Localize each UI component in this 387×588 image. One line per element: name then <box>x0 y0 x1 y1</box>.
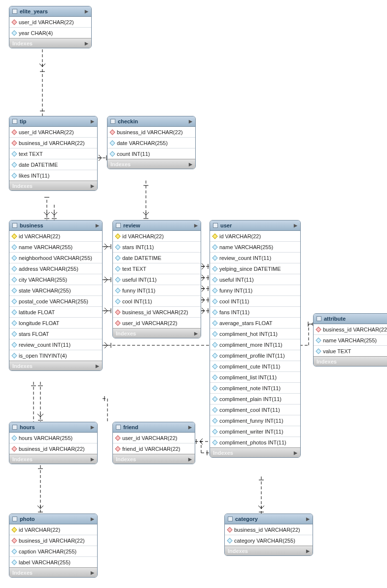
column-row[interactable]: user_id VARCHAR(22) <box>113 433 195 443</box>
table-header[interactable]: category▶ <box>225 514 313 524</box>
collapse-icon[interactable]: ▶ <box>194 223 198 228</box>
column-row[interactable]: business_id VARCHAR(22) <box>107 127 195 138</box>
column-row[interactable]: compliment_more INT(11) <box>210 339 300 350</box>
expand-icon[interactable]: ▶ <box>91 184 94 188</box>
column-row[interactable]: business_id VARCHAR(22) <box>9 443 97 454</box>
column-row[interactable]: useful INT(11) <box>113 274 201 285</box>
collapse-icon[interactable]: ▶ <box>306 516 310 521</box>
indexes-footer[interactable]: Indexes▶ <box>9 181 97 190</box>
column-row[interactable]: review_count INT(11) <box>210 253 300 263</box>
indexes-footer[interactable]: Indexes▶ <box>9 38 91 48</box>
table-header[interactable]: review▶ <box>113 220 201 231</box>
column-row[interactable]: fans INT(11) <box>210 307 300 318</box>
column-row[interactable]: compliment_hot INT(11) <box>210 329 300 339</box>
indexes-footer[interactable]: Indexes▶ <box>210 447 300 457</box>
table-header[interactable]: attribute▶ <box>314 314 387 324</box>
column-row[interactable]: compliment_plain INT(11) <box>210 394 300 404</box>
column-row[interactable]: id VARCHAR(22) <box>9 231 102 242</box>
column-row[interactable]: business_id VARCHAR(22) <box>225 524 313 535</box>
column-row[interactable]: id VARCHAR(22) <box>9 524 97 535</box>
column-row[interactable]: text TEXT <box>9 148 97 159</box>
column-row[interactable]: compliment_list INT(11) <box>210 372 300 383</box>
column-row[interactable]: is_open TINYINT(4) <box>9 350 102 361</box>
table-user[interactable]: user▶id VARCHAR(22)name VARCHAR(255)revi… <box>210 220 301 458</box>
column-row[interactable]: user_id VARCHAR(22) <box>9 17 91 28</box>
column-row[interactable]: cool INT(11) <box>210 296 300 307</box>
column-row[interactable]: label VARCHAR(255) <box>9 557 97 567</box>
expand-icon[interactable]: ▶ <box>91 457 94 462</box>
column-row[interactable]: id VARCHAR(22) <box>210 231 300 242</box>
table-header[interactable]: photo▶ <box>9 514 97 524</box>
indexes-footer[interactable]: Indexes▶ <box>9 567 97 577</box>
column-row[interactable]: likes INT(11) <box>9 170 97 181</box>
column-row[interactable]: hours VARCHAR(255) <box>9 433 97 443</box>
collapse-icon[interactable]: ▶ <box>96 223 99 228</box>
column-row[interactable]: review_count INT(11) <box>9 339 102 350</box>
column-row[interactable]: caption VARCHAR(255) <box>9 546 97 557</box>
column-row[interactable]: city VARCHAR(255) <box>9 274 102 285</box>
expand-icon[interactable]: ▶ <box>294 450 297 455</box>
collapse-icon[interactable]: ▶ <box>85 9 88 14</box>
column-row[interactable]: id VARCHAR(22) <box>113 231 201 242</box>
column-row[interactable]: compliment_profile INT(11) <box>210 350 300 361</box>
table-header[interactable]: friend▶ <box>113 422 195 433</box>
column-row[interactable]: latitude FLOAT <box>9 307 102 318</box>
table-header[interactable]: elite_years▶ <box>9 6 91 17</box>
expand-icon[interactable]: ▶ <box>306 549 310 553</box>
indexes-footer[interactable]: Indexes▶ <box>113 454 195 464</box>
collapse-icon[interactable]: ▶ <box>91 516 94 521</box>
table-tip[interactable]: tip▶user_id VARCHAR(22)business_id VARCH… <box>9 116 98 191</box>
table-elite_years[interactable]: elite_years▶user_id VARCHAR(22)year CHAR… <box>9 6 92 48</box>
table-header[interactable]: hours▶ <box>9 422 97 433</box>
column-row[interactable]: compliment_cute INT(11) <box>210 361 300 372</box>
table-hours[interactable]: hours▶hours VARCHAR(255)business_id VARC… <box>9 422 98 464</box>
column-row[interactable]: category VARCHAR(255) <box>225 535 313 546</box>
column-row[interactable]: stars FLOAT <box>9 329 102 339</box>
column-row[interactable]: compliment_funny INT(11) <box>210 415 300 426</box>
column-row[interactable]: compliment_cool INT(11) <box>210 404 300 415</box>
column-row[interactable]: compliment_note INT(11) <box>210 383 300 394</box>
column-row[interactable]: user_id VARCHAR(22) <box>9 127 97 138</box>
column-row[interactable]: funny INT(11) <box>113 285 201 296</box>
expand-icon[interactable]: ▶ <box>91 570 94 575</box>
column-row[interactable]: neighborhood VARCHAR(255) <box>9 253 102 263</box>
column-row[interactable]: value TEXT <box>314 346 387 356</box>
collapse-icon[interactable]: ▶ <box>294 223 297 228</box>
expand-icon[interactable]: ▶ <box>85 41 88 46</box>
column-row[interactable]: business_id VARCHAR(22) <box>9 535 97 546</box>
table-category[interactable]: category▶business_id VARCHAR(22)category… <box>224 514 313 556</box>
indexes-footer[interactable]: Indexes▶ <box>107 159 195 169</box>
column-row[interactable]: date VARCHAR(255) <box>107 138 195 148</box>
indexes-footer[interactable]: Indexes▶ <box>113 328 201 338</box>
table-business[interactable]: business▶id VARCHAR(22)name VARCHAR(255)… <box>9 220 103 371</box>
column-row[interactable]: date DATETIME <box>113 253 201 263</box>
table-header[interactable]: business▶ <box>9 220 102 231</box>
indexes-footer[interactable]: Indexes▶ <box>225 546 313 555</box>
table-review[interactable]: review▶id VARCHAR(22)stars INT(11)date D… <box>112 220 201 338</box>
expand-icon[interactable]: ▶ <box>189 162 192 167</box>
column-row[interactable]: average_stars FLOAT <box>210 318 300 329</box>
expand-icon[interactable]: ▶ <box>194 331 198 336</box>
column-row[interactable]: date DATETIME <box>9 159 97 170</box>
table-attribute[interactable]: attribute▶business_id VARCHAR(22)name VA… <box>313 313 387 367</box>
column-row[interactable]: funny INT(11) <box>210 285 300 296</box>
column-row[interactable]: compliment_writer INT(11) <box>210 426 300 437</box>
collapse-icon[interactable]: ▶ <box>188 425 192 430</box>
indexes-footer[interactable]: Indexes▶ <box>314 356 387 366</box>
table-checkin[interactable]: checkin▶business_id VARCHAR(22)date VARC… <box>107 116 196 169</box>
table-header[interactable]: checkin▶ <box>107 116 195 127</box>
column-row[interactable]: cool INT(11) <box>113 296 201 307</box>
indexes-footer[interactable]: Indexes▶ <box>9 361 102 370</box>
column-row[interactable]: count INT(11) <box>107 148 195 159</box>
column-row[interactable]: address VARCHAR(255) <box>9 263 102 274</box>
column-row[interactable]: longitude FLOAT <box>9 318 102 329</box>
collapse-icon[interactable]: ▶ <box>91 425 94 430</box>
column-row[interactable]: name VARCHAR(255) <box>9 242 102 253</box>
column-row[interactable]: year CHAR(4) <box>9 28 91 38</box>
expand-icon[interactable]: ▶ <box>96 364 99 368</box>
collapse-icon[interactable]: ▶ <box>189 119 192 124</box>
column-row[interactable]: user_id VARCHAR(22) <box>113 318 201 328</box>
column-row[interactable]: useful INT(11) <box>210 274 300 285</box>
column-row[interactable]: name VARCHAR(255) <box>314 335 387 346</box>
column-row[interactable]: yelping_since DATETIME <box>210 263 300 274</box>
